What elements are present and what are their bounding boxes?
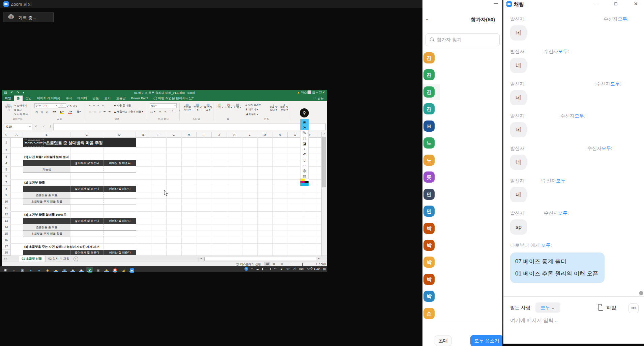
participant-avatar[interactable]: 김: [423, 86, 435, 98]
sheet-nav-arrows[interactable]: ◂ ▸: [4, 257, 7, 260]
row-header-11[interactable]: 11: [2, 205, 11, 211]
annotation-board-icon[interactable]: ▭: [300, 162, 309, 168]
recipient-value[interactable]: 모두: [556, 178, 565, 183]
sort-filter-button[interactable]: ⍖정렬 및 필터 ▾: [268, 103, 279, 111]
annotation-undo-icon[interactable]: ↶: [300, 152, 309, 157]
participant-search-input[interactable]: 참가자 찾기: [426, 33, 500, 46]
autosum-button[interactable]: Σ 자동 합계 ▾: [245, 103, 261, 107]
zoom-level[interactable]: 100%: [319, 263, 326, 266]
recipient-value[interactable]: 모두: [575, 113, 584, 118]
participant-avatar[interactable]: 박: [423, 240, 435, 251]
row-header-15[interactable]: 15: [2, 231, 11, 237]
row-header-6[interactable]: 6: [2, 173, 11, 179]
speaker-icon[interactable]: ◄: [280, 267, 283, 271]
clipboard-item-0[interactable]: ✄ 잘라내기: [14, 104, 27, 107]
taskbar-chrome-2-icon[interactable]: ◉: [103, 267, 110, 272]
ribbon-tab-데이터[interactable]: 데이터: [75, 96, 90, 101]
annotation-trash-icon[interactable]: ▯: [300, 157, 309, 162]
annotation-cursor-icon[interactable]: ➤: [300, 125, 309, 130]
phonetic-button[interactable]: 撇▾: [77, 110, 81, 113]
ribbon-tab-삽입[interactable]: 삽입: [23, 96, 34, 101]
participant-avatar[interactable]: 손: [423, 308, 435, 319]
ribbon-tab-Power Pivot[interactable]: Power Pivot: [128, 96, 151, 101]
file-icon[interactable]: [598, 304, 603, 311]
hscroll-right-arrow[interactable]: ▸: [318, 257, 320, 260]
add-sheet-button[interactable]: +: [74, 257, 78, 261]
participant-avatar[interactable]: 노: [423, 155, 435, 166]
clock[interactable]: 오후 5:29: [307, 267, 320, 271]
cells-button-0[interactable]: ⊞삽입 ▾: [216, 103, 224, 109]
recipient-value[interactable]: 모두: [610, 81, 620, 86]
file-button[interactable]: 파일: [606, 305, 616, 311]
annotation-camera-icon[interactable]: ◎: [300, 168, 309, 173]
view-normal-icon[interactable]: ▦: [264, 262, 270, 266]
taskbar-photos-icon[interactable]: ▣: [61, 267, 68, 272]
ribbon-tab-수식[interactable]: 수식: [63, 96, 75, 101]
zoom-out-button[interactable]: −: [289, 262, 291, 266]
restore-icon[interactable]: ❐: [319, 91, 322, 94]
recipient-dropdown[interactable]: 모두 ⌄: [535, 302, 560, 313]
column-header-D[interactable]: D: [103, 132, 136, 138]
column-header-L[interactable]: L: [242, 132, 257, 138]
clipboard-item-2[interactable]: ✎ 서식 복사: [14, 113, 28, 116]
taskbar-powerpoint-icon[interactable]: P: [112, 267, 118, 272]
column-header-N[interactable]: N: [272, 132, 288, 138]
participant-avatar[interactable]: 민: [423, 189, 435, 200]
select-all-corner[interactable]: ◺: [2, 132, 11, 138]
row-header-10[interactable]: 10: [2, 198, 11, 205]
bold-italic-underline-buttons[interactable]: 가 가 가: [35, 110, 49, 114]
row-header-4[interactable]: 4: [2, 160, 11, 166]
participant-avatar[interactable]: 롯: [423, 171, 435, 183]
participant-avatar[interactable]: 김: [423, 69, 435, 80]
taskbar-office-app-icon[interactable]: ▣: [95, 267, 101, 272]
excel-account-name[interactable]: 마소: [301, 91, 307, 94]
ribbon-tab-홈[interactable]: 홈: [14, 96, 23, 101]
view-page-break-icon[interactable]: ▥: [281, 262, 283, 266]
mic-icon[interactable]: [262, 268, 263, 270]
taskbar-settings-icon[interactable]: ✱: [69, 267, 76, 272]
participants-minimize-icon[interactable]: [494, 3, 498, 4]
wrap-text-button[interactable]: ↩ 자동 줄 바꿈: [114, 104, 131, 107]
excel-window-controls[interactable]: ▲ 마소 ▤ ─ ❐ ✕: [297, 90, 325, 95]
annotation-eye-icon[interactable]: ◉: [300, 119, 309, 125]
table-cell[interactable]: [70, 224, 103, 231]
tab-splitter[interactable]: ⋮: [197, 257, 200, 261]
fill-color-button[interactable]: ◧▾: [60, 110, 64, 114]
more-options-button[interactable]: •••: [628, 303, 639, 313]
row-header-14[interactable]: 14: [2, 224, 11, 231]
chat-maximize-icon[interactable]: □: [614, 1, 617, 6]
account-avatar[interactable]: [308, 90, 311, 94]
table-cell[interactable]: [70, 198, 103, 205]
wifi-icon[interactable]: ◠: [274, 267, 276, 271]
row-header-13[interactable]: 13: [2, 218, 11, 224]
annotation-badge-icon[interactable]: ⚲: [300, 108, 309, 117]
column-header-A[interactable]: A: [10, 132, 23, 138]
column-header-M[interactable]: M: [257, 132, 272, 138]
ribbon-display-options-icon[interactable]: ▤: [312, 91, 315, 94]
taskbar-maps-icon[interactable]: ◉: [78, 267, 85, 272]
table-cell[interactable]: [70, 231, 103, 237]
ribbon-tab-보기[interactable]: 보기: [101, 96, 113, 101]
invite-button[interactable]: 초대: [435, 336, 451, 346]
recording-indicator[interactable]: 기록 중...: [3, 12, 54, 22]
taskbar-search-icon[interactable]: ⌕: [10, 267, 17, 272]
style-button-2[interactable]: ▦셀 스타일 ▾: [203, 103, 213, 111]
cells-button-1[interactable]: ⊠삭제 ▾: [225, 103, 233, 109]
ime-indicator[interactable]: 가: [293, 267, 296, 271]
recipient-value[interactable]: 모두: [558, 210, 567, 216]
keyboard-icon[interactable]: ⌨: [299, 267, 303, 271]
font-color-button[interactable]: 가▾: [68, 110, 72, 114]
participant-avatar[interactable]: 박: [423, 257, 435, 268]
column-header-partial[interactable]: [318, 132, 321, 138]
borders-button[interactable]: ⊞▾: [53, 110, 56, 113]
row-header-1[interactable]: 1: [2, 138, 11, 147]
table-cell[interactable]: [70, 166, 103, 173]
zoom-slider[interactable]: [293, 264, 314, 264]
table-cell[interactable]: [103, 198, 136, 205]
column-header-E[interactable]: E: [136, 132, 151, 138]
column-header-C[interactable]: C: [70, 132, 103, 138]
battery-icon[interactable]: [267, 268, 271, 270]
minimize-icon[interactable]: ─: [316, 91, 318, 94]
number-format-select[interactable]: 일반▾: [150, 103, 177, 108]
table-cell[interactable]: [103, 224, 136, 231]
